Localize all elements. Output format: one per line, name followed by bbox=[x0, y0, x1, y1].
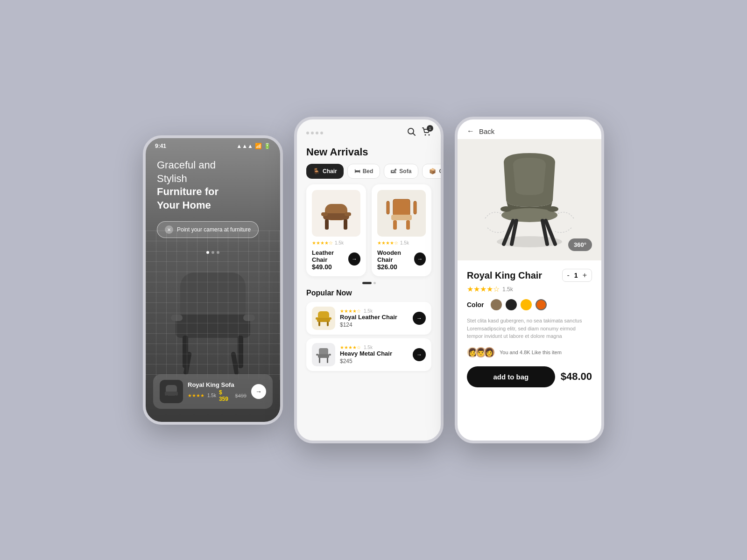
svg-rect-31 bbox=[318, 322, 320, 326]
svg-rect-32 bbox=[327, 322, 329, 326]
popular-section: Popular Now ★★★★☆ 1.5k bbox=[297, 289, 441, 371]
svg-rect-25 bbox=[414, 201, 416, 214]
wooden-chair-arrow[interactable]: → bbox=[414, 252, 426, 266]
color-black[interactable] bbox=[506, 299, 517, 310]
tab-sofa[interactable]: 🛋 Sofa bbox=[384, 164, 418, 179]
chair-tab-label: Chair bbox=[323, 168, 337, 175]
chair-tab-icon: 🪑 bbox=[313, 168, 320, 175]
color-taupe[interactable] bbox=[491, 299, 502, 310]
detail-rating-count: 1.5k bbox=[502, 286, 513, 293]
product-arrow-button[interactable]: → bbox=[251, 384, 266, 399]
detail-top: Royal King Chair - 1 + bbox=[467, 269, 592, 282]
wooden-rating-count: 1.5k bbox=[400, 240, 409, 245]
svg-rect-38 bbox=[327, 357, 328, 363]
metal-chair-mini-svg bbox=[314, 345, 333, 364]
quantity-decrease-button[interactable]: - bbox=[567, 271, 570, 280]
screens-container: 9:41 ▲▲▲ 📶 🔋 Graceful and Stylish Furnit… bbox=[124, 98, 623, 462]
tab-bed[interactable]: 🛏 Bed bbox=[347, 164, 381, 179]
royal-chair-name: Royal Leather Chair bbox=[340, 314, 408, 321]
leather-chair-arrow[interactable]: → bbox=[348, 252, 360, 266]
back-label: Back bbox=[479, 127, 494, 135]
leather-chair-img bbox=[312, 190, 360, 237]
carousel-dot-2 bbox=[374, 282, 376, 284]
popular-item-royal: ★★★★☆ 1.5k Royal Leather Chair $124 → bbox=[306, 302, 431, 335]
wifi-icon: 📶 bbox=[255, 143, 262, 149]
rating-row: ★★★★ 1.5k $ 359 $499 bbox=[188, 389, 247, 402]
svg-rect-20 bbox=[344, 219, 347, 230]
dot-m2 bbox=[311, 132, 314, 134]
color-gold[interactable] bbox=[521, 299, 532, 310]
cart-button[interactable]: 1 bbox=[422, 127, 431, 139]
svg-rect-36 bbox=[318, 354, 329, 358]
price-new: $ 359 bbox=[219, 389, 233, 402]
product-name: Royal King Sofa bbox=[188, 381, 247, 388]
metal-stars: ★★★★☆ bbox=[340, 345, 361, 350]
svg-rect-30 bbox=[317, 318, 330, 322]
product-card-leather: ★★★★☆ 1.5k Leather Chair $49.00 → bbox=[306, 184, 366, 276]
tab-chair[interactable]: 🪑 Chair bbox=[306, 164, 344, 179]
detail-panel: Royal King Chair - 1 + ★★★★☆ 1.5k Color bbox=[458, 260, 601, 396]
svg-rect-39 bbox=[316, 354, 318, 356]
badge-360[interactable]: 360° bbox=[568, 238, 592, 251]
search-icon bbox=[407, 127, 416, 136]
add-to-bag-button[interactable]: add to bag bbox=[467, 366, 555, 387]
carousel-dots bbox=[297, 282, 441, 284]
royal-chair-mini-svg bbox=[314, 309, 333, 328]
metal-chair-arrow[interactable]: → bbox=[413, 348, 426, 361]
quantity-value: 1 bbox=[574, 272, 578, 279]
svg-point-47 bbox=[500, 206, 512, 212]
leather-stars: ★★★★☆ bbox=[312, 240, 333, 245]
top-icons: 1 bbox=[407, 127, 431, 139]
dot-m4 bbox=[320, 132, 323, 134]
top-bar: 1 bbox=[297, 119, 441, 142]
svg-point-14 bbox=[425, 134, 426, 136]
tab-other[interactable]: 📦 C... bbox=[422, 164, 441, 179]
detail-stars: ★★★★☆ bbox=[467, 285, 500, 294]
svg-rect-28 bbox=[406, 220, 410, 230]
svg-rect-24 bbox=[387, 201, 389, 214]
section-title: New Arrivals bbox=[297, 142, 441, 164]
phone-detail: ← Back bbox=[455, 117, 604, 443]
svg-rect-21 bbox=[321, 212, 328, 216]
back-bar: ← Back bbox=[458, 119, 601, 139]
metal-chair-name: Heavy Metal Chair bbox=[340, 350, 408, 357]
metal-chair-info: ★★★★☆ 1.5k Heavy Metal Chair $245 bbox=[340, 345, 408, 364]
color-label: Color bbox=[467, 301, 484, 308]
quantity-increase-button[interactable]: + bbox=[583, 271, 587, 280]
popular-item-metal: ★★★★☆ 1.5k Heavy Metal Chair $245 → bbox=[306, 338, 431, 371]
popular-title: Popular Now bbox=[306, 289, 431, 297]
tagline: Graceful and Stylish Furniture forYour H… bbox=[157, 159, 269, 212]
wooden-chair-price: $26.00 bbox=[377, 263, 414, 271]
svg-rect-40 bbox=[329, 354, 331, 356]
detail-chair-svg bbox=[478, 148, 581, 251]
wooden-chair-img bbox=[377, 190, 426, 237]
wooden-stars: ★★★★☆ bbox=[377, 240, 398, 245]
product-card-wooden: ★★★★☆ 1.5k Wooden Chair $26.00 → bbox=[372, 184, 431, 276]
bed-tab-label: Bed bbox=[363, 168, 374, 175]
cart-badge: 1 bbox=[427, 125, 433, 132]
search-button[interactable] bbox=[407, 127, 416, 138]
detail-description: Stet clita kasd gubergren, no sea takima… bbox=[467, 317, 592, 340]
menu-dots[interactable] bbox=[306, 132, 323, 134]
royal-rating: ★★★★☆ 1.5k bbox=[340, 308, 408, 314]
svg-rect-33 bbox=[316, 317, 318, 320]
color-section: Color bbox=[467, 299, 592, 310]
svg-point-48 bbox=[547, 206, 558, 212]
royal-stars: ★★★★☆ bbox=[340, 308, 361, 314]
color-orange[interactable] bbox=[536, 299, 547, 310]
svg-line-13 bbox=[413, 133, 415, 135]
svg-rect-9 bbox=[165, 392, 178, 396]
price-old: $499 bbox=[235, 393, 247, 399]
bed-tab-icon: 🛏 bbox=[354, 168, 360, 175]
thumb-chair-icon bbox=[162, 382, 181, 401]
royal-chair-arrow[interactable]: → bbox=[413, 312, 426, 325]
metal-chair-price: $245 bbox=[340, 358, 408, 364]
color-options bbox=[491, 299, 547, 310]
phone-splash: 9:41 ▲▲▲ 📶 🔋 Graceful and Stylish Furnit… bbox=[143, 135, 283, 425]
product-thumbnail bbox=[160, 380, 183, 403]
wooden-chair-name: Wooden Chair bbox=[377, 249, 414, 263]
carousel-dot-active bbox=[362, 282, 372, 284]
signal-icon: ▲▲▲ bbox=[236, 143, 253, 149]
svg-point-12 bbox=[408, 128, 414, 134]
back-button[interactable]: ← bbox=[467, 127, 474, 135]
